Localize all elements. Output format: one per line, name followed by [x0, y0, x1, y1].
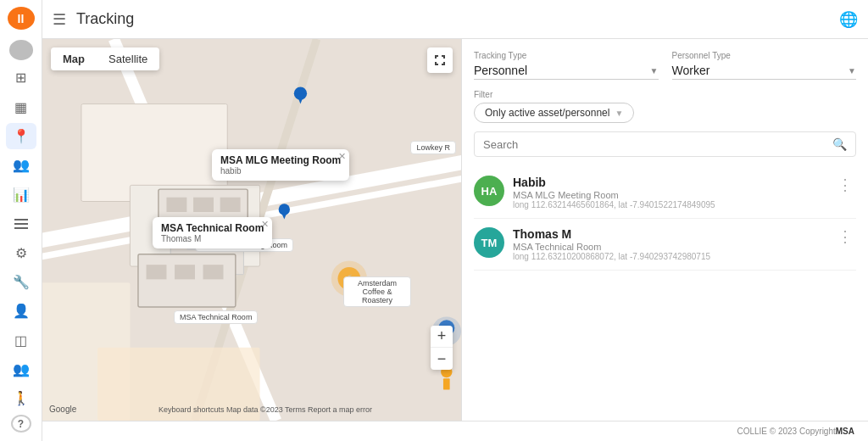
person-list: HA Habib MSA MLG Meeting Room long 112.6… [474, 167, 856, 271]
person-avatar-habib: HA [474, 176, 504, 206]
person-more-habib[interactable]: ⋮ [834, 176, 856, 194]
map-label-coffee: Amsterdam Coffee & Roastery [343, 276, 411, 307]
person-name-thomas: Thomas M [513, 227, 826, 241]
search-icon: 🔍 [832, 137, 847, 151]
svg-rect-20 [175, 265, 195, 279]
map-zoom-in[interactable]: + [431, 326, 453, 348]
svg-rect-17 [220, 198, 241, 212]
map-footer-text: Keyboard shortcuts Map data ©2023 Terms … [76, 405, 454, 414]
sidebar: II ⊞ ▦ 📍 👥 📊 ⚙ 🔧 👤 ◫ 👥 🚶 ? [0, 0, 42, 441]
sidebar-icon-walk[interactable]: 🚶 [6, 386, 36, 411]
sidebar-icon-settings[interactable]: ⚙ [6, 240, 36, 265]
person-info-habib: Habib MSA MLG Meeting Room long 112.6321… [513, 176, 826, 209]
popup-mlg-close[interactable]: ✕ [338, 151, 346, 162]
personnel-type-label: Personnel Type [672, 51, 857, 60]
person-item-habib[interactable]: HA Habib MSA MLG Meeting Room long 112.6… [474, 167, 856, 219]
sidebar-icon-grid[interactable]: ▦ [6, 94, 36, 120]
map-tab-satellite[interactable]: Satellite [97, 47, 159, 70]
topbar: ☰ Tracking 🌐 [42, 0, 868, 39]
person-coords-thomas: long 112.63210200868072, lat -7.94029374… [513, 252, 826, 261]
page-title: Tracking [76, 10, 829, 28]
personnel-type-arrow: ▼ [848, 66, 856, 75]
map-fullscreen-button[interactable] [427, 47, 453, 73]
map-tab-map[interactable]: Map [51, 47, 97, 70]
map-footer-google: Google [49, 405, 76, 414]
svg-rect-1 [14, 223, 28, 225]
svg-rect-19 [147, 265, 167, 279]
person-name-habib: Habib [513, 176, 826, 189]
search-input[interactable] [483, 138, 827, 151]
sidebar-icon-help[interactable]: ? [11, 415, 31, 433]
filter-label: Filter [474, 90, 856, 99]
svg-rect-21 [203, 265, 224, 279]
sidebar-icon-group-settings[interactable]: 👥 [6, 356, 36, 382]
tracking-type-arrow: ▼ [650, 66, 659, 75]
tracking-type-select[interactable]: Personnel ▼ [474, 62, 659, 80]
main-content: ☰ Tracking 🌐 [42, 0, 868, 441]
popup-tech-sub: Thomas M [161, 234, 264, 243]
map-zoom-out[interactable]: − [431, 348, 453, 370]
sidebar-icon-location[interactable]: 📍 [6, 123, 36, 148]
map-popup-tech: ✕ MSA Technical Room Thomas M [153, 217, 272, 248]
filter-chip-arrow: ▼ [615, 109, 623, 118]
popup-tech-close[interactable]: ✕ [261, 219, 269, 230]
right-panel: Tracking Type Personnel ▼ Personnel Type… [461, 39, 868, 421]
tracking-type-label: Tracking Type [474, 51, 659, 60]
popup-tech-title: MSA Technical Room [161, 222, 264, 234]
content-area: ☕ Map Satellite [42, 39, 868, 421]
person-item-thomas[interactable]: TM Thomas M MSA Technical Room long 112.… [474, 219, 856, 271]
person-info-thomas: Thomas M MSA Technical Room long 112.632… [513, 227, 826, 261]
footer-bar: COLLIE © 2023 Copyright MSA [42, 421, 868, 441]
map-label-tech: MSA Technical Room [174, 310, 258, 324]
filter-chip-text: Only active asset/personnel [485, 107, 609, 119]
person-room-habib: MSA MLG Meeting Room [513, 190, 826, 200]
sidebar-icon-layers[interactable]: ◫ [6, 327, 36, 353]
map-label-lowkey: Lowkey R [410, 141, 456, 154]
panel-type-row: Tracking Type Personnel ▼ Personnel Type… [474, 51, 856, 80]
personnel-type-value: Worker [672, 64, 710, 77]
svg-rect-15 [166, 198, 186, 212]
footer-brand: MSA [836, 427, 854, 436]
svg-rect-18 [138, 254, 236, 307]
person-room-thomas: MSA Technical Room [513, 242, 826, 252]
search-box: 🔍 [474, 131, 856, 157]
svg-rect-2 [14, 227, 28, 229]
sidebar-icon-dashboard[interactable]: ⊞ [6, 65, 36, 91]
filter-chip[interactable]: Only active asset/personnel ▼ [474, 103, 634, 123]
map-popup-mlg: ✕ MSA MLG Meeting Room habib [212, 149, 349, 181]
sidebar-icon-people[interactable]: 👥 [6, 153, 36, 178]
globe-icon[interactable]: 🌐 [839, 10, 858, 29]
svg-rect-0 [14, 219, 28, 220]
svg-rect-16 [193, 198, 214, 212]
sidebar-icon-list[interactable] [6, 211, 36, 237]
popup-mlg-sub: habib [220, 166, 341, 176]
sidebar-icon-tools[interactable]: 🔧 [6, 269, 36, 294]
map-container: ☕ Map Satellite [42, 39, 461, 421]
sidebar-icon-chart[interactable]: 📊 [6, 181, 36, 207]
person-coords-habib: long 112.63214465601864, lat -7.94015221… [513, 200, 826, 209]
map-tabs: Map Satellite [51, 47, 159, 70]
personnel-type-field: Personnel Type Worker ▼ [672, 51, 857, 80]
tracking-type-value: Personnel [474, 64, 527, 77]
svg-rect-30 [443, 378, 450, 389]
sidebar-icon-person-settings[interactable]: 👤 [6, 299, 36, 324]
app-logo[interactable]: II [8, 7, 35, 30]
map-zoom-controls: + − [431, 326, 453, 370]
user-avatar[interactable] [9, 40, 33, 60]
tracking-type-field: Tracking Type Personnel ▼ [474, 51, 659, 80]
filter-section: Filter Only active asset/personnel ▼ [474, 90, 856, 131]
person-more-thomas[interactable]: ⋮ [834, 227, 856, 246]
person-avatar-thomas: TM [474, 227, 504, 258]
menu-icon[interactable]: ☰ [53, 10, 66, 29]
personnel-type-select[interactable]: Worker ▼ [672, 62, 857, 80]
footer-text: COLLIE © 2023 Copyright [737, 427, 835, 436]
popup-mlg-title: MSA MLG Meeting Room [220, 154, 341, 166]
